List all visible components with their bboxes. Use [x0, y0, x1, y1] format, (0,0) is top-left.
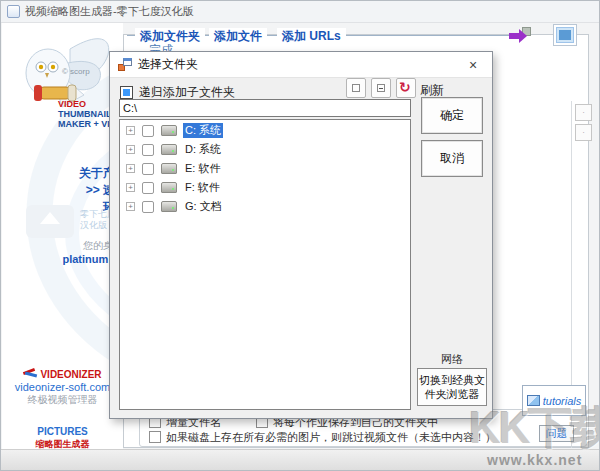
tree-checkbox[interactable]: [142, 144, 154, 156]
questions-button[interactable]: 问题: [539, 425, 574, 442]
cancel-button[interactable]: 取消: [421, 140, 483, 177]
expand-icon[interactable]: +: [126, 164, 135, 173]
videonizer-icon: [23, 368, 37, 378]
window-title: 视频缩略图生成器-零下七度汉化版: [25, 4, 194, 19]
app-icon: [7, 5, 20, 18]
status-strip: [1, 449, 600, 471]
videonizer-desc: 终极视频管理器: [2, 393, 123, 407]
tutorials-button[interactable]: tutorials: [522, 385, 586, 416]
dialog-titlebar[interactable]: 选择文件夹 ×: [110, 52, 492, 78]
tree-item-label[interactable]: C: 系统: [183, 123, 223, 138]
scroll-up-button[interactable]: ·: [575, 104, 592, 121]
blue-square-icon: [556, 27, 574, 43]
path-input[interactable]: C:\: [119, 99, 411, 117]
tree-item-c[interactable]: + C: 系统: [120, 122, 410, 139]
tutorials-label: tutorials: [543, 395, 582, 407]
tree-item-label[interactable]: E: 软件: [183, 161, 222, 176]
videonizer-block: VIDEONIZER videonizer-soft.com 终极视频管理器: [2, 367, 123, 407]
tree-item-label[interactable]: D: 系统: [183, 142, 223, 157]
videonizer-link[interactable]: videonizer-soft.com: [2, 381, 123, 393]
expand-icon[interactable]: +: [126, 202, 135, 211]
app-window: 视频缩略图生成器-零下七度汉化版 © scorp VIDEO THUMBNAIL…: [0, 0, 600, 471]
expand-all-button[interactable]: [346, 78, 366, 98]
copyright-text: © scorp: [62, 67, 90, 76]
pictures-title: PICTURES: [2, 426, 123, 438]
eject-icon: [26, 205, 74, 238]
tree-item-label[interactable]: F: 软件: [183, 180, 222, 195]
tree-checkbox[interactable]: [142, 163, 154, 175]
import-arrow-icon[interactable]: [507, 26, 533, 46]
drive-icon: [161, 182, 177, 193]
ok-button[interactable]: 确定: [421, 97, 483, 134]
expand-icon[interactable]: +: [126, 126, 135, 135]
skip-checkbox[interactable]: [149, 431, 161, 443]
scroll-down-button[interactable]: ·: [575, 124, 592, 141]
close-icon[interactable]: ×: [462, 55, 484, 75]
drive-icon: [161, 125, 177, 136]
select-folder-dialog: 选择文件夹 × 递归添加子文件夹 ↻ 刷新 C:\ + C: 系统 + D: 系…: [109, 51, 493, 419]
select-all-button[interactable]: [553, 24, 577, 46]
tree-checkbox[interactable]: [142, 125, 154, 137]
switch-classic-browser-button[interactable]: 切换到经典文 件夹浏览器: [417, 368, 487, 406]
dialog-title: 选择文件夹: [138, 56, 462, 73]
dialog-form-icon: [118, 58, 132, 71]
add-file-link[interactable]: 添加文件: [209, 28, 267, 45]
recursive-checkbox[interactable]: [120, 86, 133, 99]
refresh-button[interactable]: ↻: [396, 78, 416, 98]
expand-icon[interactable]: +: [126, 183, 135, 192]
add-urls-link[interactable]: 添加 URLs: [277, 28, 346, 45]
skip-label: 如果磁盘上存在所有必需的图片，则跳过视频文件（未选中内容！）: [166, 431, 496, 443]
top-links: 添加文件夹 添加文件 添加 URLs: [127, 28, 567, 42]
pictures-block: PICTURES 缩略图生成器 suu-design.com 完美从这里开始: [2, 426, 123, 449]
videonizer-title: VIDEONIZER: [40, 369, 101, 380]
window-titlebar: 视频缩略图生成器-零下七度汉化版: [1, 1, 600, 23]
pictures-subtitle: 缩略图生成器: [2, 438, 123, 449]
tree-item-g[interactable]: + G: 文档: [120, 198, 410, 215]
refresh-icon: ↻: [399, 79, 411, 95]
tree-item-d[interactable]: + D: 系统: [120, 141, 410, 158]
drive-icon: [161, 201, 177, 212]
drive-icon: [161, 144, 177, 155]
folder-tree[interactable]: + C: 系统 + D: 系统 + E: 软件 + F: 软: [119, 119, 411, 410]
skip-checkbox-row[interactable]: 如果磁盘上存在所有必需的图片，则跳过视频文件（未选中内容！）: [149, 430, 496, 445]
expand-icon[interactable]: +: [126, 145, 135, 154]
tree-checkbox[interactable]: [142, 201, 154, 213]
tree-item-label[interactable]: G: 文档: [183, 199, 224, 214]
sidebar: © scorp VIDEO THUMBNAILS MAKER + VIE 关于产…: [2, 23, 123, 449]
tutorials-icon: [527, 395, 540, 406]
tree-item-f[interactable]: + F: 软件: [120, 179, 410, 196]
drive-icon: [161, 163, 177, 174]
network-label: 网络: [421, 352, 483, 367]
platinum-text: platinum [: [62, 253, 115, 265]
tree-item-e[interactable]: + E: 软件: [120, 160, 410, 177]
tree-checkbox[interactable]: [142, 182, 154, 194]
collapse-all-button[interactable]: [371, 78, 391, 98]
